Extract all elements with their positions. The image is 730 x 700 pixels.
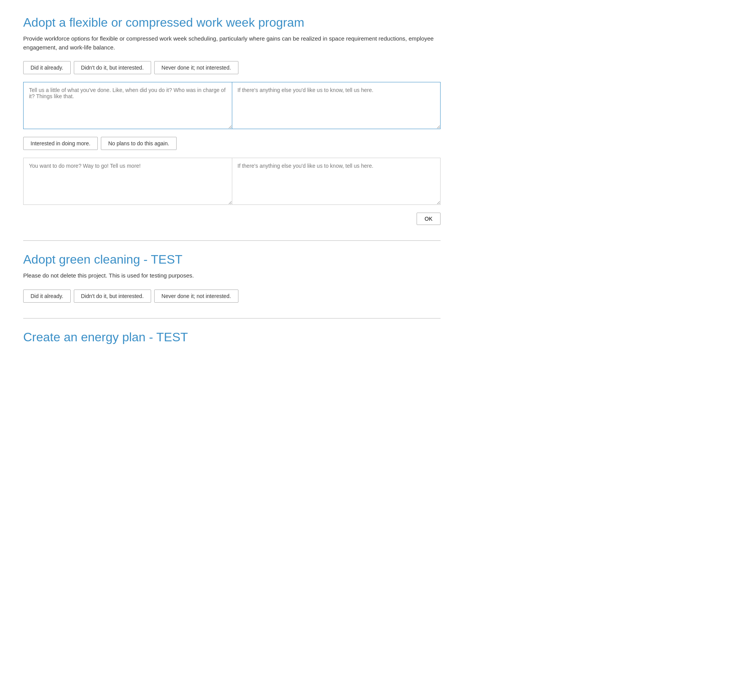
option-button-group-2: Interested in doing more. No plans to do… bbox=[23, 137, 441, 150]
divider-2 bbox=[23, 318, 441, 318]
option-btn-interested[interactable]: Didn't do it, but interested. bbox=[74, 61, 151, 74]
textarea-row-bottom-1 bbox=[23, 158, 441, 205]
divider-1 bbox=[23, 240, 441, 241]
option-button-group-1: Did it already. Didn't do it, but intere… bbox=[23, 61, 441, 74]
ok-btn-row: OK bbox=[23, 213, 441, 225]
option-btn-no-plans[interactable]: No plans to do this again. bbox=[101, 137, 177, 150]
option-btn-green-never[interactable]: Never done it; not interested. bbox=[154, 290, 238, 303]
option-btn-never-done[interactable]: Never done it; not interested. bbox=[154, 61, 238, 74]
section-energy-plan: Create an energy plan - TEST bbox=[23, 330, 441, 344]
option-button-group-green: Did it already. Didn't do it, but intere… bbox=[23, 290, 441, 303]
textarea-anything-else-1[interactable] bbox=[232, 82, 441, 129]
textarea-anything-else-2[interactable] bbox=[232, 158, 441, 204]
textarea-row-top-1 bbox=[23, 82, 441, 129]
section-title-energy: Create an energy plan - TEST bbox=[23, 330, 441, 344]
section-green-cleaning: Adopt green cleaning - TEST Please do no… bbox=[23, 252, 441, 303]
section-title-green: Adopt green cleaning - TEST bbox=[23, 252, 441, 267]
section-desc-flexible: Provide workforce options for flexible o… bbox=[23, 34, 441, 52]
ok-button[interactable]: OK bbox=[417, 213, 441, 225]
section-flexible-work-week: Adopt a flexible or compressed work week… bbox=[23, 15, 441, 225]
section-desc-green: Please do not delete this project. This … bbox=[23, 271, 441, 280]
textarea-do-more[interactable] bbox=[24, 158, 232, 204]
option-btn-green-did-it[interactable]: Did it already. bbox=[23, 290, 71, 303]
textarea-what-done[interactable] bbox=[24, 82, 232, 129]
section-title-flexible: Adopt a flexible or compressed work week… bbox=[23, 15, 441, 30]
option-btn-did-it[interactable]: Did it already. bbox=[23, 61, 71, 74]
option-btn-green-interested[interactable]: Didn't do it, but interested. bbox=[74, 290, 151, 303]
option-btn-more[interactable]: Interested in doing more. bbox=[23, 137, 98, 150]
